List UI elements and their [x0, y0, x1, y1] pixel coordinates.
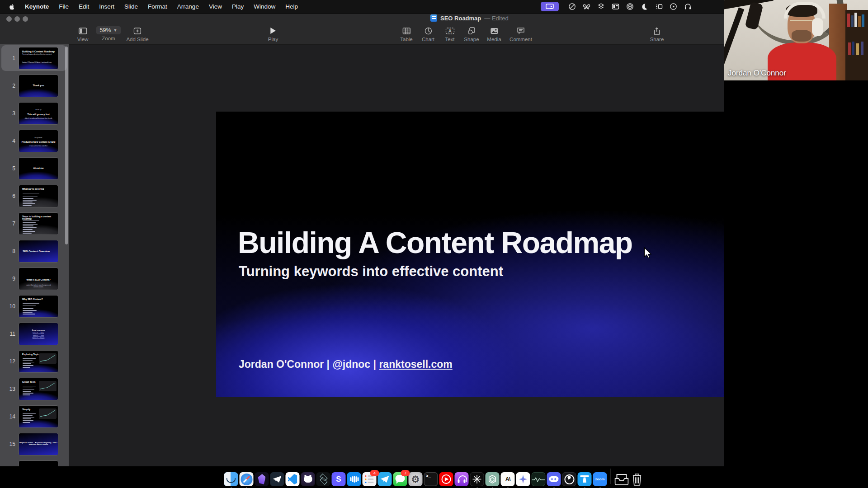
gemini-dock-icon[interactable] — [516, 472, 530, 486]
slide-thumbnail-row[interactable]: 12 Exploring Topics — [0, 347, 69, 375]
chart-button[interactable]: Text Chart — [422, 26, 434, 42]
vscode-dock-icon[interactable] — [286, 472, 300, 486]
messages-dock-icon[interactable]: 7 — [393, 472, 407, 486]
downloads-dock-icon[interactable] — [615, 472, 629, 486]
menu-format[interactable]: Format — [143, 3, 172, 10]
intercom-dock-icon[interactable] — [347, 472, 361, 486]
slide-thumbnail[interactable]: Why SEO Content? — [19, 296, 58, 317]
slide-thumbnail[interactable]: SEO Content Overview — [19, 240, 58, 262]
obsidian-dock-icon[interactable] — [255, 472, 269, 486]
slide-thumbnail-row[interactable]: 11 Great resourceshttps:// … /bloghttps:… — [0, 320, 69, 347]
discord-dock-icon[interactable] — [547, 472, 561, 486]
minimize-window-button[interactable] — [14, 16, 20, 22]
menu-slide[interactable]: Slide — [119, 3, 143, 10]
stripe-dock-icon[interactable]: S — [332, 472, 346, 486]
slash-circle-icon[interactable] — [568, 3, 576, 10]
slide-thumbnail[interactable]: Steps to building a content roadmap — [19, 213, 58, 235]
stage-manager-icon[interactable] — [655, 3, 663, 10]
sidebar-scrollbar[interactable] — [65, 47, 68, 244]
slide-thumbnail-row[interactable]: 1 Building A Content RoadmapTurning keyw… — [0, 44, 69, 72]
close-window-button[interactable] — [6, 16, 12, 22]
ripple-icon[interactable] — [626, 3, 634, 10]
apple-menu-icon[interactable] — [8, 3, 15, 10]
trash-dock-icon[interactable] — [630, 472, 644, 486]
zoom-window-button[interactable] — [23, 16, 28, 22]
slide-thumbnail-row[interactable]: 14 Shopify — [0, 403, 69, 430]
finder-dock-icon[interactable] — [224, 472, 238, 486]
slide-thumbnail[interactable]: Keywords & Grouping — [19, 461, 58, 467]
headphones-icon[interactable] — [684, 3, 692, 10]
ytmusic-dock-icon[interactable] — [439, 472, 453, 486]
menu-arrange[interactable]: Arrange — [172, 3, 204, 10]
github-dock-icon[interactable] — [301, 472, 315, 486]
butterfly-icon[interactable] — [583, 3, 590, 10]
reminders-dock-icon[interactable]: 4 — [363, 472, 377, 486]
slide-thumbnail-row[interactable]: 7 Steps to building a content roadmap — [0, 210, 69, 237]
menu-file[interactable]: File — [54, 3, 74, 10]
waveform-dock-icon[interactable] — [532, 472, 546, 486]
podcasts-dock-icon[interactable] — [455, 472, 469, 486]
slide-thumbnail-row[interactable]: 16 Keywords & Grouping — [0, 458, 69, 466]
menu-help[interactable]: Help — [280, 3, 303, 10]
window-tiling-icon[interactable] — [612, 3, 619, 10]
slide-thumbnail-row[interactable]: 9 What is SEO Content?content that ranks… — [0, 265, 69, 292]
zoom-control[interactable]: 59% ▼ Zoom — [96, 26, 121, 41]
terminal-dock-icon[interactable]: >_ — [424, 472, 438, 486]
slide-thumbnail[interactable]: heads upThis will go very fastslides & r… — [19, 103, 58, 124]
claude-dock-icon[interactable]: A\ — [501, 472, 515, 486]
slide-thumbnail-row[interactable]: 5 About me — [0, 155, 69, 182]
slide-thumbnail-row[interactable]: 2 Thank you — [0, 72, 69, 99]
slide-thumbnail[interactable]: Closet Tools — [19, 378, 58, 400]
slide-thumbnail-row[interactable]: 3 heads upThis will go very fastslides &… — [0, 99, 69, 127]
zoom-dock-icon[interactable]: zoom — [593, 472, 607, 486]
slide-thumbnail[interactable]: Great resourceshttps:// … /bloghttps:// … — [19, 323, 58, 345]
slide-thumbnail[interactable]: What we're covering — [19, 185, 58, 207]
slide-thumbnail-row[interactable]: 4 the problemProducing SEO Content is ha… — [0, 127, 69, 155]
layers-stack-icon[interactable] — [597, 3, 605, 10]
slide-thumbnail[interactable]: About me — [19, 158, 58, 179]
slide-thumbnail[interactable]: Shopify — [19, 406, 58, 427]
slide-thumbnail[interactable]: What is SEO Content?content that ranks i… — [19, 268, 58, 290]
burst-dock-icon[interactable] — [470, 472, 484, 486]
slide-thumbnail[interactable]: Building A Content RoadmapTurning keywor… — [19, 47, 58, 69]
menu-edit[interactable]: Edit — [74, 3, 94, 10]
add-slide-button[interactable]: Add Slide — [126, 26, 148, 42]
chatgpt-dock-icon[interactable] — [486, 472, 500, 486]
slide-title[interactable]: Building A Content Roadmap — [238, 225, 632, 260]
telegram-dock-icon[interactable] — [378, 472, 392, 486]
menu-insert[interactable]: Insert — [94, 3, 119, 10]
slide-thumbnail[interactable]: Exploring Topics — [19, 351, 58, 372]
presenter-overlay-icon[interactable] — [541, 2, 559, 11]
play-button[interactable]: Play — [268, 26, 278, 42]
slide-thumbnail-row[interactable]: 15 Helpful Content + Keyword Targeting +… — [0, 430, 69, 458]
slide-subtitle[interactable]: Turning keywords into effective content — [239, 263, 503, 280]
menu-keynote[interactable]: Keynote — [20, 3, 54, 10]
comment-button[interactable]: Comment — [509, 26, 532, 42]
layers-dock-icon[interactable] — [316, 472, 330, 486]
settings-dock-icon[interactable]: ⚙ — [409, 472, 423, 486]
slide-thumbnail[interactable]: Helpful Content + Keyword Targeting + UX… — [19, 433, 58, 455]
view-button[interactable]: View — [77, 26, 89, 42]
slide-thumbnail-row[interactable]: 13 Closet Tools — [0, 375, 69, 403]
table-button[interactable]: Table — [400, 26, 413, 42]
slide-footer-link[interactable]: ranktosell.com — [379, 358, 452, 370]
slide-footer[interactable]: Jordan O'Connor | @jdnoc | ranktosell.co… — [239, 358, 453, 371]
menu-view[interactable]: View — [204, 3, 227, 10]
shape-button[interactable]: Shape — [464, 26, 479, 42]
play-circle-icon[interactable] — [670, 3, 677, 10]
keynote-dock-icon[interactable] — [578, 472, 592, 486]
slide-thumbnail-row[interactable]: 10 Why SEO Content? — [0, 292, 69, 320]
plane-dark-dock-icon[interactable] — [270, 472, 284, 486]
slide-thumbnail[interactable]: Thank you — [19, 75, 58, 97]
menu-window[interactable]: Window — [249, 3, 280, 10]
menu-play[interactable]: Play — [227, 3, 249, 10]
text-button[interactable]: A Text — [445, 26, 454, 42]
slide-thumbnail[interactable]: the problemProducing SEO Content is hard… — [19, 130, 58, 152]
share-button[interactable]: Share — [650, 26, 664, 42]
obs-dock-icon[interactable] — [562, 472, 576, 486]
safari-dock-icon[interactable] — [240, 472, 254, 486]
slide-thumbnail-row[interactable]: 6 What we're covering — [0, 182, 69, 210]
media-button[interactable]: Media — [487, 26, 501, 42]
moon-icon[interactable] — [641, 3, 648, 10]
slide-thumbnail-row[interactable]: 8 SEO Content Overview — [0, 237, 69, 265]
